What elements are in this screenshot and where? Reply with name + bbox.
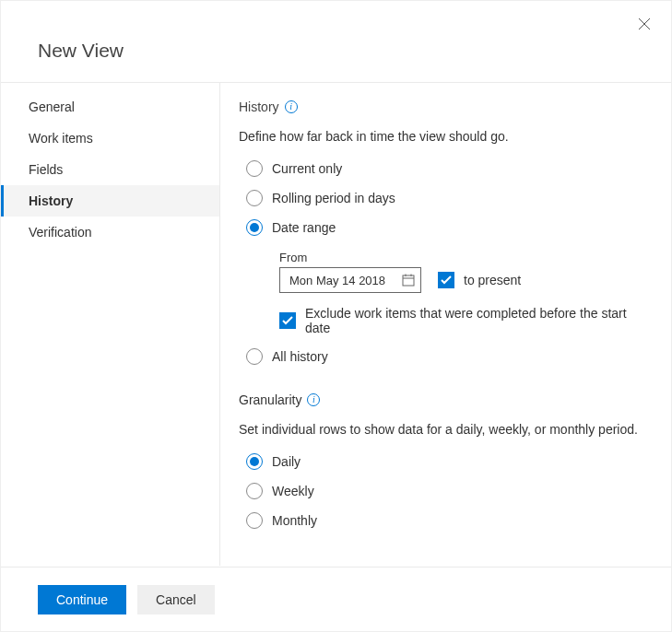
radio-rolling-period[interactable]: Rolling period in days [246, 190, 653, 206]
checkbox-icon [279, 312, 296, 329]
radio-icon [246, 348, 263, 365]
exclude-checkbox-row[interactable]: Exclude work items that were completed b… [279, 306, 653, 335]
radio-label: Date range [272, 220, 336, 235]
close-button[interactable] [638, 18, 651, 33]
granularity-heading-row: Granularity i [239, 392, 653, 407]
radio-label: Rolling period in days [272, 191, 395, 205]
radio-icon [246, 483, 263, 499]
continue-button[interactable]: Continue [38, 585, 126, 614]
granularity-radio-group: Daily Weekly Monthly [246, 453, 653, 529]
new-view-modal: New View General Work items Fields Histo… [0, 0, 672, 632]
sidebar-item-general[interactable]: General [1, 91, 219, 123]
sidebar-item-fields[interactable]: Fields [1, 154, 219, 185]
radio-weekly[interactable]: Weekly [246, 483, 653, 499]
sidebar-item-verification[interactable]: Verification [1, 217, 219, 248]
from-label: From [279, 251, 653, 264]
from-date-input[interactable]: Mon May 14 2018 [279, 267, 421, 293]
radio-icon [246, 219, 263, 236]
modal-footer: Continue Cancel [1, 567, 671, 631]
radio-label: Weekly [272, 484, 314, 498]
from-date-value: Mon May 14 2018 [289, 274, 385, 287]
history-radio-group: Current only Rolling period in days Date… [246, 160, 653, 365]
modal-title: New View [1, 1, 671, 83]
radio-current-only[interactable]: Current only [246, 160, 653, 177]
history-heading-row: History i [239, 99, 653, 114]
close-icon [638, 18, 651, 30]
radio-label: Daily [272, 454, 301, 469]
granularity-description: Set individual rows to show data for a d… [239, 422, 653, 437]
sidebar: General Work items Fields History Verifi… [1, 83, 220, 566]
sidebar-item-history[interactable]: History [1, 185, 219, 217]
exclude-label: Exclude work items that were completed b… [305, 306, 653, 335]
date-range-sub: From Mon May 14 2018 [279, 251, 653, 335]
radio-date-range[interactable]: Date range [246, 219, 653, 236]
info-icon[interactable]: i [307, 393, 320, 406]
radio-daily[interactable]: Daily [246, 453, 653, 470]
granularity-heading: Granularity [239, 392, 301, 407]
calendar-icon [402, 274, 415, 287]
radio-icon [246, 453, 263, 470]
radio-monthly[interactable]: Monthly [246, 512, 653, 529]
radio-icon [246, 512, 263, 529]
history-heading: History [239, 99, 279, 114]
cancel-button[interactable]: Cancel [137, 585, 215, 614]
radio-icon [246, 160, 263, 177]
history-panel: History i Define how far back in time th… [220, 83, 671, 566]
info-icon[interactable]: i [285, 100, 298, 113]
sidebar-item-work-items[interactable]: Work items [1, 123, 219, 154]
radio-icon [246, 190, 263, 206]
radio-label: All history [272, 349, 328, 364]
to-present-label: to present [464, 273, 521, 287]
checkbox-icon [438, 272, 454, 288]
radio-all-history[interactable]: All history [246, 348, 653, 365]
history-description: Define how far back in time the view sho… [239, 129, 653, 144]
svg-rect-2 [403, 275, 414, 286]
radio-label: Monthly [272, 513, 317, 528]
modal-body: General Work items Fields History Verifi… [1, 83, 671, 566]
radio-label: Current only [272, 161, 342, 176]
to-present-checkbox-row[interactable]: to present [438, 272, 521, 288]
